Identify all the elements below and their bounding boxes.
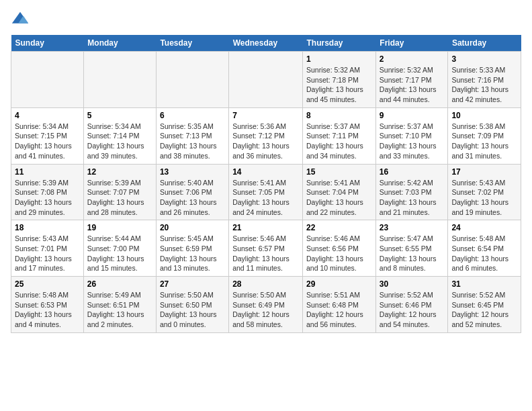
day-cell: 11Sunrise: 5:39 AM Sunset: 7:08 PM Dayli… (11, 164, 84, 220)
day-number: 5 (87, 111, 152, 120)
header-thursday: Thursday (303, 35, 376, 52)
day-cell: 30Sunrise: 5:52 AM Sunset: 6:46 PM Dayli… (375, 277, 448, 333)
day-number: 29 (306, 279, 372, 289)
day-number: 30 (380, 279, 445, 289)
day-detail: Sunrise: 5:42 AM Sunset: 7:03 PM Dayligh… (380, 179, 437, 216)
day-detail: Sunrise: 5:37 AM Sunset: 7:10 PM Dayligh… (380, 122, 437, 160)
day-cell: 3Sunrise: 5:33 AM Sunset: 7:16 PM Daylig… (448, 52, 521, 108)
day-detail: Sunrise: 5:52 AM Sunset: 6:46 PM Dayligh… (380, 291, 437, 328)
day-detail: Sunrise: 5:33 AM Sunset: 7:16 PM Dayligh… (451, 66, 508, 103)
week-row-4: 18Sunrise: 5:43 AM Sunset: 7:01 PM Dayli… (11, 220, 521, 277)
day-detail: Sunrise: 5:48 AM Sunset: 6:54 PM Dayligh… (451, 234, 508, 272)
day-number: 28 (232, 279, 299, 289)
day-number: 4 (15, 111, 80, 120)
day-cell: 23Sunrise: 5:47 AM Sunset: 6:55 PM Dayli… (375, 220, 448, 277)
day-detail: Sunrise: 5:35 AM Sunset: 7:13 PM Dayligh… (160, 122, 217, 160)
day-cell: 22Sunrise: 5:46 AM Sunset: 6:56 PM Dayli… (303, 220, 376, 277)
day-number: 2 (380, 54, 445, 64)
day-cell: 4Sunrise: 5:34 AM Sunset: 7:15 PM Daylig… (11, 107, 84, 164)
header-friday: Friday (375, 35, 448, 52)
day-cell: 12Sunrise: 5:39 AM Sunset: 7:07 PM Dayli… (83, 164, 156, 220)
header-wednesday: Wednesday (229, 35, 303, 52)
logo (11, 11, 32, 30)
day-detail: Sunrise: 5:38 AM Sunset: 7:09 PM Dayligh… (451, 122, 508, 160)
day-detail: Sunrise: 5:36 AM Sunset: 7:12 PM Dayligh… (232, 122, 290, 160)
day-cell: 24Sunrise: 5:48 AM Sunset: 6:54 PM Dayli… (448, 220, 521, 277)
day-cell (83, 52, 156, 108)
day-detail: Sunrise: 5:43 AM Sunset: 7:01 PM Dayligh… (15, 234, 72, 272)
day-cell: 29Sunrise: 5:51 AM Sunset: 6:48 PM Dayli… (303, 277, 376, 333)
day-number: 13 (160, 167, 225, 177)
day-detail: Sunrise: 5:32 AM Sunset: 7:18 PM Dayligh… (306, 66, 363, 103)
day-detail: Sunrise: 5:44 AM Sunset: 7:00 PM Dayligh… (87, 234, 144, 272)
day-detail: Sunrise: 5:52 AM Sunset: 6:45 PM Dayligh… (451, 291, 508, 328)
day-cell: 18Sunrise: 5:43 AM Sunset: 7:01 PM Dayli… (11, 220, 84, 277)
day-number: 31 (451, 279, 517, 289)
day-detail: Sunrise: 5:51 AM Sunset: 6:48 PM Dayligh… (306, 291, 363, 328)
header-tuesday: Tuesday (156, 35, 228, 52)
day-number: 26 (87, 279, 152, 289)
day-cell: 21Sunrise: 5:46 AM Sunset: 6:57 PM Dayli… (229, 220, 303, 277)
day-cell: 15Sunrise: 5:41 AM Sunset: 7:04 PM Dayli… (303, 164, 376, 220)
page-header (11, 11, 521, 30)
day-number: 25 (15, 279, 80, 289)
day-detail: Sunrise: 5:41 AM Sunset: 7:04 PM Dayligh… (306, 179, 363, 216)
day-number: 23 (380, 223, 445, 232)
day-number: 10 (451, 111, 517, 120)
week-row-5: 25Sunrise: 5:48 AM Sunset: 6:53 PM Dayli… (11, 277, 521, 333)
header-row: SundayMondayTuesdayWednesdayThursdayFrid… (11, 35, 521, 52)
day-number: 12 (87, 167, 152, 177)
day-number: 27 (160, 279, 225, 289)
day-number: 7 (232, 111, 299, 120)
day-cell: 6Sunrise: 5:35 AM Sunset: 7:13 PM Daylig… (156, 107, 228, 164)
day-detail: Sunrise: 5:37 AM Sunset: 7:11 PM Dayligh… (306, 122, 363, 160)
day-number: 11 (15, 167, 80, 177)
day-cell: 14Sunrise: 5:41 AM Sunset: 7:05 PM Dayli… (229, 164, 303, 220)
header-saturday: Saturday (448, 35, 521, 52)
day-cell: 17Sunrise: 5:43 AM Sunset: 7:02 PM Dayli… (448, 164, 521, 220)
day-cell: 10Sunrise: 5:38 AM Sunset: 7:09 PM Dayli… (448, 107, 521, 164)
day-detail: Sunrise: 5:39 AM Sunset: 7:07 PM Dayligh… (87, 179, 144, 216)
day-detail: Sunrise: 5:45 AM Sunset: 6:59 PM Dayligh… (160, 234, 217, 272)
day-cell: 5Sunrise: 5:34 AM Sunset: 7:14 PM Daylig… (83, 107, 156, 164)
day-detail: Sunrise: 5:46 AM Sunset: 6:56 PM Dayligh… (306, 234, 363, 272)
week-row-3: 11Sunrise: 5:39 AM Sunset: 7:08 PM Dayli… (11, 164, 521, 220)
logo-icon (11, 11, 30, 30)
day-cell: 26Sunrise: 5:49 AM Sunset: 6:51 PM Dayli… (83, 277, 156, 333)
day-number: 6 (160, 111, 225, 120)
day-detail: Sunrise: 5:40 AM Sunset: 7:06 PM Dayligh… (160, 179, 217, 216)
day-number: 3 (451, 54, 517, 64)
week-row-2: 4Sunrise: 5:34 AM Sunset: 7:15 PM Daylig… (11, 107, 521, 164)
day-number: 1 (306, 54, 372, 64)
day-detail: Sunrise: 5:41 AM Sunset: 7:05 PM Dayligh… (232, 179, 290, 216)
day-detail: Sunrise: 5:32 AM Sunset: 7:17 PM Dayligh… (380, 66, 437, 103)
day-cell: 16Sunrise: 5:42 AM Sunset: 7:03 PM Dayli… (375, 164, 448, 220)
day-detail: Sunrise: 5:34 AM Sunset: 7:14 PM Dayligh… (87, 122, 144, 160)
day-number: 20 (160, 223, 225, 232)
day-cell: 8Sunrise: 5:37 AM Sunset: 7:11 PM Daylig… (303, 107, 376, 164)
day-cell: 28Sunrise: 5:50 AM Sunset: 6:49 PM Dayli… (229, 277, 303, 333)
calendar-table: SundayMondayTuesdayWednesdayThursdayFrid… (11, 35, 521, 333)
day-cell: 19Sunrise: 5:44 AM Sunset: 7:00 PM Dayli… (83, 220, 156, 277)
day-cell: 31Sunrise: 5:52 AM Sunset: 6:45 PM Dayli… (448, 277, 521, 333)
day-cell: 20Sunrise: 5:45 AM Sunset: 6:59 PM Dayli… (156, 220, 228, 277)
header-sunday: Sunday (11, 35, 84, 52)
day-cell: 25Sunrise: 5:48 AM Sunset: 6:53 PM Dayli… (11, 277, 84, 333)
header-monday: Monday (83, 35, 156, 52)
day-number: 8 (306, 111, 372, 120)
day-cell (11, 52, 84, 108)
day-cell: 13Sunrise: 5:40 AM Sunset: 7:06 PM Dayli… (156, 164, 228, 220)
day-number: 21 (232, 223, 299, 232)
day-detail: Sunrise: 5:50 AM Sunset: 6:50 PM Dayligh… (160, 291, 217, 328)
day-cell: 9Sunrise: 5:37 AM Sunset: 7:10 PM Daylig… (375, 107, 448, 164)
day-number: 9 (380, 111, 445, 120)
day-number: 24 (451, 223, 517, 232)
day-detail: Sunrise: 5:49 AM Sunset: 6:51 PM Dayligh… (87, 291, 144, 328)
day-cell (156, 52, 228, 108)
day-detail: Sunrise: 5:47 AM Sunset: 6:55 PM Dayligh… (380, 234, 437, 272)
day-cell: 27Sunrise: 5:50 AM Sunset: 6:50 PM Dayli… (156, 277, 228, 333)
day-detail: Sunrise: 5:50 AM Sunset: 6:49 PM Dayligh… (232, 291, 290, 328)
day-number: 17 (451, 167, 517, 177)
day-number: 22 (306, 223, 372, 232)
day-detail: Sunrise: 5:43 AM Sunset: 7:02 PM Dayligh… (451, 179, 508, 216)
